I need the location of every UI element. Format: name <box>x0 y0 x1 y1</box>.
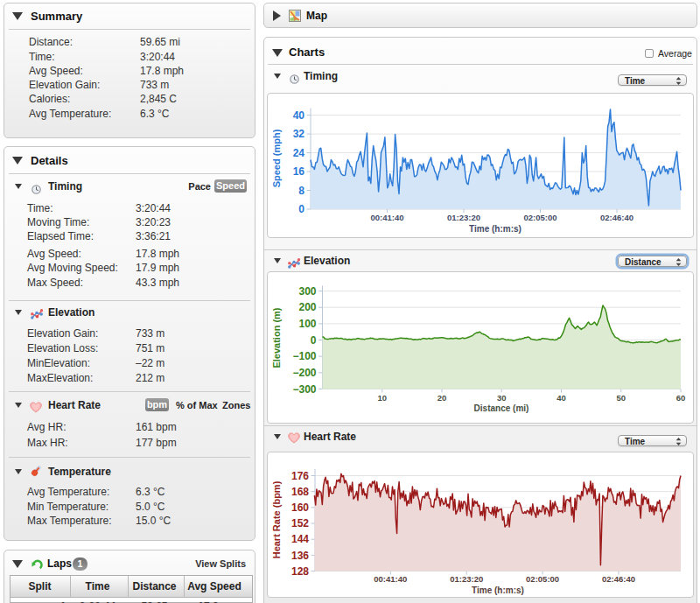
svg-text:60: 60 <box>676 393 686 403</box>
svg-text:136: 136 <box>291 550 309 562</box>
svg-text:128: 128 <box>291 565 309 578</box>
svg-text:100: 100 <box>298 318 316 330</box>
svg-text:8: 8 <box>298 185 304 197</box>
svg-text:32: 32 <box>293 128 305 140</box>
svg-text:02:05:00: 02:05:00 <box>526 574 559 584</box>
svg-text:Time (h:m:s): Time (h:m:s) <box>469 224 522 234</box>
svg-text:16: 16 <box>293 165 305 178</box>
svg-text:00:41:40: 00:41:40 <box>370 213 403 222</box>
svg-text:Time (h:m:s): Time (h:m:s) <box>472 585 524 595</box>
svg-text:−200: −200 <box>292 367 316 379</box>
svg-text:300: 300 <box>298 285 316 298</box>
svg-text:10: 10 <box>378 393 388 403</box>
svg-text:152: 152 <box>291 517 309 529</box>
svg-text:01:23:20: 01:23:20 <box>450 574 483 584</box>
svg-text:02:05:00: 02:05:00 <box>523 213 556 222</box>
svg-text:20: 20 <box>438 393 447 403</box>
svg-text:Speed (mph): Speed (mph) <box>271 129 282 187</box>
svg-text:40: 40 <box>293 109 305 122</box>
svg-text:160: 160 <box>291 501 309 514</box>
svg-text:40: 40 <box>556 393 566 403</box>
svg-text:168: 168 <box>291 486 309 498</box>
svg-text:30: 30 <box>497 393 507 403</box>
svg-text:00:41:40: 00:41:40 <box>374 574 407 584</box>
svg-text:02:46:40: 02:46:40 <box>600 213 634 222</box>
svg-text:Distance (mi): Distance (mi) <box>474 403 529 413</box>
svg-text:−100: −100 <box>292 350 316 362</box>
svg-text:144: 144 <box>291 533 309 545</box>
svg-text:50: 50 <box>617 393 626 403</box>
svg-text:01:23:20: 01:23:20 <box>447 213 480 222</box>
svg-text:0: 0 <box>311 334 317 347</box>
svg-text:176: 176 <box>291 470 309 482</box>
svg-text:−300: −300 <box>292 383 316 396</box>
svg-text:200: 200 <box>298 301 316 313</box>
svg-text:Heart Rate (bpm): Heart Rate (bpm) <box>271 480 282 558</box>
svg-text:Elevation (m): Elevation (m) <box>271 307 282 368</box>
svg-text:24: 24 <box>293 147 305 159</box>
svg-text:0: 0 <box>298 203 304 215</box>
svg-text:02:46:40: 02:46:40 <box>602 574 635 584</box>
